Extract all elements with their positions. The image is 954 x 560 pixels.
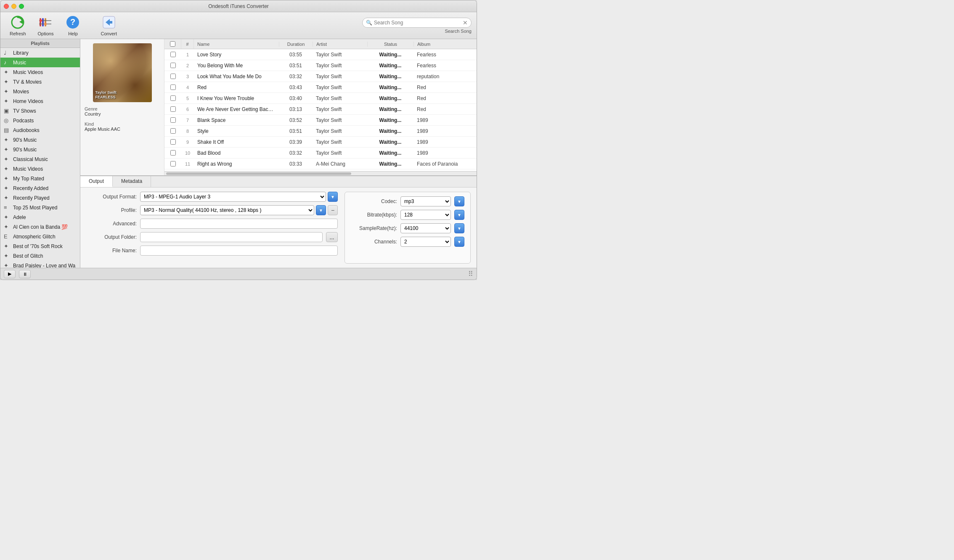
sidebar-item-tv-shows[interactable]: ▣TV Shows bbox=[0, 106, 80, 116]
track-row[interactable]: 8 Style 03:51 Taylor Swift Waiting... 19… bbox=[164, 126, 477, 137]
track-row[interactable]: 10 Bad Blood 03:32 Taylor Swift Waiting.… bbox=[164, 148, 477, 158]
sidebar-item-best-glitch[interactable]: ✦Best of Glitch bbox=[0, 251, 80, 261]
advanced-input[interactable]: Codec=mp3, Channel=2, SampleRate=44100 H… bbox=[140, 219, 338, 229]
sidebar-item-al-cien[interactable]: ✦Al Cien con la Banda 💯 bbox=[0, 222, 80, 232]
tab-metadata[interactable]: Metadata bbox=[113, 176, 151, 187]
track-row[interactable]: 4 Red 03:43 Taylor Swift Waiting... Red bbox=[164, 82, 477, 93]
track-check-6[interactable] bbox=[170, 117, 176, 123]
track-check-4[interactable] bbox=[170, 95, 176, 101]
track-check-9[interactable] bbox=[170, 150, 176, 156]
minimize-button[interactable] bbox=[11, 4, 16, 9]
sidebar-item-top-25[interactable]: ≡Top 25 Most Played bbox=[0, 203, 80, 212]
output-format-select[interactable]: MP3 - MPEG-1 Audio Layer 3 bbox=[140, 192, 326, 202]
folder-browse-btn[interactable]: ... bbox=[326, 232, 338, 242]
sidebar-item-my-top-rated[interactable]: ✦My Top Rated bbox=[0, 174, 80, 183]
track-checkbox-2[interactable] bbox=[164, 74, 181, 79]
help-button[interactable]: ? Help bbox=[61, 13, 85, 38]
resize-handle[interactable]: ⠿ bbox=[468, 270, 473, 278]
track-checkbox-9[interactable] bbox=[164, 150, 181, 156]
codec-select-btn[interactable]: ▼ bbox=[454, 196, 464, 206]
output-format-btn[interactable]: ▼ bbox=[328, 192, 338, 202]
play-button[interactable]: ▶ bbox=[4, 270, 16, 278]
track-row[interactable]: 7 Blank Space 03:52 Taylor Swift Waiting… bbox=[164, 115, 477, 126]
tab-output[interactable]: Output bbox=[80, 176, 113, 187]
samplerate-select-btn[interactable]: ▼ bbox=[454, 223, 464, 233]
sidebar-item-home-videos[interactable]: ✦Home Videos bbox=[0, 96, 80, 106]
channels-select-btn[interactable]: ▼ bbox=[454, 237, 464, 247]
track-row[interactable]: 3 Look What You Made Me Do 03:32 Taylor … bbox=[164, 71, 477, 82]
options-button[interactable]: Options bbox=[34, 13, 58, 38]
sidebar-item-icon-my-top-rated: ✦ bbox=[4, 175, 11, 182]
refresh-button[interactable]: Refresh bbox=[5, 13, 30, 38]
track-row[interactable]: 1 Love Story 03:55 Taylor Swift Waiting.… bbox=[164, 49, 477, 60]
track-check-3[interactable] bbox=[170, 85, 176, 90]
sidebar-item-audiobooks[interactable]: ▤Audiobooks bbox=[0, 125, 80, 135]
track-check-10[interactable] bbox=[170, 161, 176, 166]
samplerate-select[interactable]: 44100 bbox=[400, 223, 451, 233]
track-checkbox-6[interactable] bbox=[164, 117, 181, 123]
sidebar-item-label-music-videos2: Music Videos bbox=[13, 166, 43, 172]
svg-point-8 bbox=[44, 23, 47, 25]
track-row[interactable]: 5 I Knew You Were Trouble 03:40 Taylor S… bbox=[164, 93, 477, 104]
profile-minus-btn[interactable]: − bbox=[328, 205, 338, 215]
track-row[interactable]: 11 Right as Wrong 03:33 A-Mei Chang Wait… bbox=[164, 158, 477, 169]
bitrate-select[interactable]: 128 bbox=[400, 210, 451, 220]
sidebar-item-library[interactable]: ♩Library bbox=[0, 48, 80, 58]
sidebar-item-tv-movies[interactable]: ✦TV & Movies bbox=[0, 77, 80, 87]
track-scrollbar-thumb[interactable] bbox=[166, 172, 351, 175]
track-check-0[interactable] bbox=[170, 52, 176, 57]
pause-button[interactable]: ⏸ bbox=[19, 270, 31, 278]
search-input[interactable] bbox=[374, 20, 461, 26]
profile-btn[interactable]: ▼ bbox=[316, 205, 326, 215]
sidebar-item-classical-music[interactable]: ✦Classical Music bbox=[0, 154, 80, 164]
track-row[interactable]: 2 You Belong With Me 03:51 Taylor Swift … bbox=[164, 60, 477, 71]
search-clear-icon[interactable]: ✕ bbox=[463, 19, 468, 26]
output-folder-input[interactable]: /Users/Joyce/Music/Ondesoft iTunes Conve… bbox=[140, 232, 323, 242]
header-checkbox[interactable] bbox=[164, 39, 181, 49]
sidebar-item-recently-played[interactable]: ✦Recently Played bbox=[0, 193, 80, 203]
sidebar-item-music-videos2[interactable]: ✦Music Videos bbox=[0, 164, 80, 174]
sidebar-item-adele[interactable]: ✦Adele bbox=[0, 212, 80, 222]
sidebar-item-best-70s[interactable]: ✦Best of '70s Soft Rock bbox=[0, 241, 80, 251]
track-checkbox-4[interactable] bbox=[164, 95, 181, 101]
track-checkbox-10[interactable] bbox=[164, 161, 181, 166]
track-checkbox-3[interactable] bbox=[164, 85, 181, 90]
sidebar-item-podcasts[interactable]: ◎Podcasts bbox=[0, 116, 80, 125]
sidebar-item-movies[interactable]: ✦Movies bbox=[0, 87, 80, 96]
codec-select[interactable]: mp3 bbox=[400, 196, 451, 206]
track-checkbox-0[interactable] bbox=[164, 52, 181, 57]
sidebar-item-atmospheric-glitch[interactable]: EAtmospheric Glitch bbox=[0, 232, 80, 241]
track-checkbox-7[interactable] bbox=[164, 128, 181, 134]
album-art-text: Taylor SwiftFEARLESS bbox=[95, 90, 117, 100]
select-all-checkbox[interactable] bbox=[170, 41, 175, 47]
track-checkbox-8[interactable] bbox=[164, 139, 181, 145]
sidebar-item-brad-paisley[interactable]: ✦Brad Paisley - Love and Wa bbox=[0, 261, 80, 268]
convert-button[interactable]: Convert bbox=[96, 13, 121, 38]
track-status-10: Waiting... bbox=[367, 161, 413, 167]
sidebar-item-90s-music2[interactable]: ✦90's Music bbox=[0, 145, 80, 154]
track-check-1[interactable] bbox=[170, 63, 176, 68]
search-icon: 🔍 bbox=[366, 20, 372, 26]
track-check-5[interactable] bbox=[170, 106, 176, 112]
track-row[interactable]: 9 Shake It Off 03:39 Taylor Swift Waitin… bbox=[164, 137, 477, 148]
track-album-9: 1989 bbox=[413, 150, 477, 156]
fullscreen-button[interactable] bbox=[19, 4, 24, 9]
track-check-2[interactable] bbox=[170, 74, 176, 79]
close-button[interactable] bbox=[4, 4, 9, 9]
file-name-input[interactable]: Love Story Taylor Swift.mp3 bbox=[140, 246, 338, 256]
track-check-8[interactable] bbox=[170, 139, 176, 145]
sidebar-item-music-videos[interactable]: ✦Music Videos bbox=[0, 67, 80, 77]
track-scrollbar[interactable] bbox=[164, 171, 477, 175]
track-row[interactable]: 6 We Are Never Ever Getting Back Tog... … bbox=[164, 104, 477, 115]
track-check-7[interactable] bbox=[170, 128, 176, 134]
sidebar-item-music[interactable]: ♪Music bbox=[0, 58, 80, 67]
sidebar-item-recently-added[interactable]: ✦Recently Added bbox=[0, 183, 80, 193]
profile-select[interactable]: MP3 - Normal Quality( 44100 Hz, stereo ,… bbox=[140, 205, 314, 215]
bitrate-select-btn[interactable]: ▼ bbox=[454, 210, 464, 220]
search-bar[interactable]: 🔍 ✕ bbox=[362, 18, 472, 28]
track-checkbox-5[interactable] bbox=[164, 106, 181, 112]
track-checkbox-1[interactable] bbox=[164, 63, 181, 68]
sidebar-item-90s-music1[interactable]: ✦90's Music bbox=[0, 135, 80, 145]
track-num-4: 5 bbox=[181, 96, 194, 101]
channels-select[interactable]: 2 bbox=[400, 237, 451, 247]
